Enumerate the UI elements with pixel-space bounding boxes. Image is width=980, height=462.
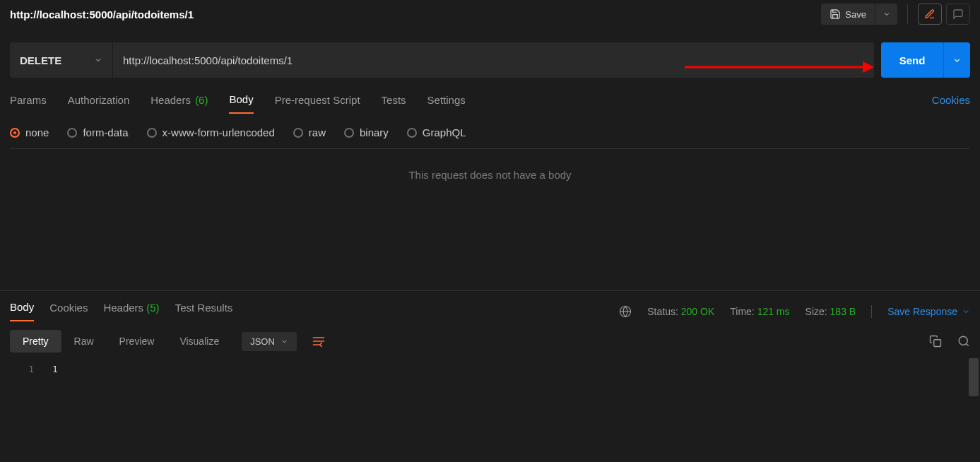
wrap-icon — [312, 335, 326, 348]
chevron-down-icon — [281, 338, 288, 345]
body-type-binary-label: binary — [360, 126, 389, 138]
chevron-down-icon — [94, 56, 102, 64]
save-icon — [830, 8, 841, 20]
tab-headers-label: Headers — [150, 94, 191, 106]
chevron-down-icon — [952, 56, 962, 65]
search-button[interactable] — [957, 335, 970, 348]
view-mode-preview[interactable]: Preview — [107, 330, 167, 353]
body-type-none-label: none — [25, 126, 49, 138]
divider — [871, 305, 872, 318]
line-number: 1 — [24, 364, 34, 374]
radio-dot-icon — [10, 128, 20, 138]
body-type-form-data-label: form-data — [83, 126, 128, 138]
save-label: Save — [845, 9, 866, 20]
svg-rect-7 — [934, 340, 941, 347]
radio-dot-icon — [344, 128, 354, 138]
send-dropdown-button[interactable] — [943, 42, 970, 78]
send-button-group: Send — [881, 42, 970, 78]
body-type-form-data[interactable]: form-data — [67, 126, 128, 138]
response-tab-headers[interactable]: Headers (5) — [103, 302, 159, 321]
response-format-select[interactable]: JSON — [242, 332, 297, 351]
body-type-graphql[interactable]: GraphQL — [407, 126, 466, 138]
wrap-lines-button[interactable] — [307, 330, 331, 353]
scrollbar-thumb[interactable] — [969, 358, 979, 396]
edit-button[interactable] — [918, 4, 942, 25]
response-time-value: 121 ms — [757, 306, 790, 317]
response-status-value: 200 OK — [681, 306, 714, 317]
code-line: 1 1 — [10, 362, 970, 376]
save-dropdown-button[interactable] — [875, 4, 897, 25]
code-text: 1 — [52, 364, 58, 374]
view-mode-visualize[interactable]: Visualize — [167, 330, 232, 353]
comment-button[interactable] — [946, 4, 970, 25]
divider — [907, 4, 908, 24]
response-status[interactable]: Status: 200 OK — [647, 306, 714, 317]
response-time[interactable]: Time: 121 ms — [730, 306, 789, 317]
tab-params[interactable]: Params — [10, 94, 47, 113]
save-button-group: Save — [821, 4, 897, 25]
response-tab-headers-count: (5) — [146, 302, 159, 314]
tab-tests[interactable]: Tests — [382, 94, 406, 113]
chevron-down-icon — [882, 10, 891, 18]
response-size-value: 183 B — [830, 306, 856, 317]
body-type-binary[interactable]: binary — [344, 126, 389, 138]
request-tab-title: http://localhost:5000/api/todoitems/1 — [10, 8, 821, 20]
response-tab-test-results[interactable]: Test Results — [175, 302, 233, 321]
response-tab-cookies[interactable]: Cookies — [49, 302, 88, 321]
pencil-icon — [924, 8, 935, 20]
globe-icon[interactable] — [619, 305, 632, 318]
response-size[interactable]: Size: 183 B — [805, 306, 856, 317]
save-button[interactable]: Save — [821, 4, 875, 25]
cookies-link[interactable]: Cookies — [932, 94, 970, 113]
http-method-value: DELETE — [20, 54, 61, 66]
radio-dot-icon — [67, 128, 77, 138]
tab-settings[interactable]: Settings — [427, 94, 466, 113]
comment-icon — [952, 8, 964, 20]
tab-headers-count: (6) — [195, 94, 208, 106]
view-mode-pretty[interactable]: Pretty — [10, 330, 61, 353]
request-url-input[interactable] — [113, 42, 874, 78]
tab-authorization[interactable]: Authorization — [68, 94, 130, 113]
send-button[interactable]: Send — [881, 42, 943, 78]
svg-line-9 — [966, 343, 968, 345]
response-view-mode-segment: Pretty Raw Preview Visualize — [10, 330, 232, 353]
svg-point-8 — [959, 336, 967, 345]
save-response-label: Save Response — [887, 306, 957, 317]
radio-dot-icon — [147, 128, 157, 138]
response-status-label: Status: — [647, 306, 678, 317]
tab-headers[interactable]: Headers (6) — [150, 94, 208, 113]
tab-body[interactable]: Body — [229, 93, 253, 114]
body-type-x-www-label: x-www-form-urlencoded — [163, 126, 275, 138]
body-type-graphql-label: GraphQL — [423, 126, 466, 138]
body-type-raw[interactable]: raw — [293, 126, 326, 138]
save-response-button[interactable]: Save Response — [887, 306, 970, 317]
response-tab-body[interactable]: Body — [10, 301, 34, 321]
body-type-x-www[interactable]: x-www-form-urlencoded — [147, 126, 275, 138]
body-empty-message: This request does not have a body — [10, 149, 970, 290]
response-body-code[interactable]: 1 1 — [0, 358, 980, 404]
response-tab-headers-label: Headers — [103, 302, 143, 314]
radio-dot-icon — [293, 128, 303, 138]
http-method-select[interactable]: DELETE — [10, 42, 113, 78]
response-time-label: Time: — [730, 306, 754, 317]
body-type-none[interactable]: none — [10, 126, 49, 138]
response-size-label: Size: — [805, 306, 827, 317]
response-format-value: JSON — [250, 336, 275, 347]
view-mode-raw[interactable]: Raw — [61, 330, 107, 353]
tab-prerequest[interactable]: Pre-request Script — [275, 94, 360, 113]
radio-dot-icon — [407, 128, 417, 138]
body-type-raw-label: raw — [309, 126, 326, 138]
copy-button[interactable] — [929, 335, 942, 348]
chevron-down-icon — [962, 307, 970, 316]
